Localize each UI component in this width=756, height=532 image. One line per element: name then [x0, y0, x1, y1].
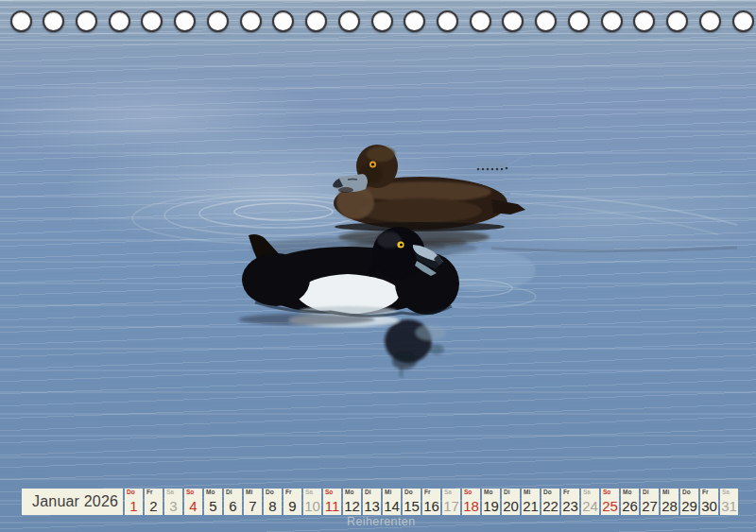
day-number: 13 — [363, 499, 381, 513]
weekday-label: Sa — [166, 489, 174, 496]
weekday-label: Fr — [424, 489, 431, 496]
day-number: 20 — [502, 499, 520, 513]
day-number: 19 — [482, 499, 500, 513]
day-cell: Fr 30 — [700, 489, 718, 515]
calendar-page: Reiherenten Januar 2026 Do 1 Fr 2 Sa 3 S… — [0, 0, 756, 532]
day-number: 9 — [284, 499, 301, 513]
weekday-label: So — [464, 489, 472, 496]
weekday-label: Di — [365, 489, 371, 496]
binder-hole — [207, 10, 229, 32]
binder-hole — [305, 10, 327, 32]
binder-hole — [240, 10, 262, 32]
day-number: 8 — [264, 499, 282, 513]
weekday-label: So — [325, 489, 333, 496]
day-number: 1 — [125, 499, 143, 513]
binder-hole — [371, 10, 393, 32]
day-number: 27 — [641, 499, 659, 513]
day-cell: Di 20 — [502, 489, 520, 515]
weekday-label: Mi — [246, 489, 252, 496]
day-number: 10 — [303, 499, 321, 513]
day-number: 22 — [541, 499, 559, 513]
weekday-label: Mo — [484, 489, 492, 496]
dragonfly — [477, 153, 531, 170]
day-cell: So 11 — [323, 489, 341, 515]
day-cell: Di 13 — [363, 489, 381, 515]
day-cells-row: Do 1 Fr 2 Sa 3 So 4 Mo 5 Di 6 Mi 7 Do 8 … — [125, 489, 738, 515]
day-cell: So 4 — [184, 489, 202, 515]
binder-hole — [437, 10, 458, 32]
day-number: 12 — [343, 499, 361, 513]
day-number: 28 — [661, 499, 679, 513]
weekday-label: Fr — [146, 489, 153, 496]
binder-hole — [109, 10, 130, 32]
day-number: 6 — [224, 499, 242, 513]
weekday-label: Fr — [702, 489, 709, 496]
weekday-label: Mi — [662, 489, 669, 496]
day-number: 16 — [422, 499, 440, 513]
day-number: 24 — [581, 499, 599, 513]
day-number: 11 — [323, 499, 341, 513]
weekday-label: Sa — [444, 489, 452, 496]
day-number: 26 — [621, 499, 639, 513]
day-cell: Mi 7 — [244, 489, 262, 515]
day-cell: Fr 9 — [284, 489, 301, 515]
day-number: 7 — [244, 499, 262, 513]
weekday-label: Do — [127, 489, 135, 496]
binder-hole — [666, 10, 688, 32]
day-cell: Do 8 — [264, 489, 282, 515]
weekday-label: Sa — [583, 489, 591, 496]
weekday-label: Mo — [206, 489, 215, 496]
weekday-label: Di — [226, 489, 232, 496]
weekday-label: So — [186, 489, 194, 496]
day-cell: Fr 2 — [145, 489, 163, 515]
day-number: 21 — [522, 499, 540, 513]
female-tufted-duck — [333, 145, 525, 252]
weekday-label: Mi — [385, 489, 391, 496]
day-number: 3 — [164, 499, 182, 513]
day-cell: Mo 19 — [482, 489, 500, 515]
day-number: 4 — [184, 499, 202, 513]
day-cell: Sa 17 — [442, 489, 460, 515]
day-number: 14 — [383, 499, 401, 513]
binder-hole — [568, 10, 590, 32]
day-cell: Sa 3 — [164, 489, 182, 515]
binder-hole — [601, 10, 623, 32]
ripple-shadow-line — [491, 248, 737, 251]
day-cell: So 18 — [462, 489, 480, 515]
weekday-label: Do — [404, 489, 413, 496]
day-number: 23 — [561, 499, 579, 513]
day-number: 15 — [403, 499, 421, 513]
day-cell: Sa 31 — [720, 489, 738, 515]
weekday-label: So — [603, 489, 610, 496]
day-number: 2 — [145, 499, 163, 513]
day-cell: Mi 21 — [522, 489, 540, 515]
weekday-label: Di — [643, 489, 649, 496]
day-cell: Mi 14 — [383, 489, 401, 515]
day-number: 30 — [700, 499, 718, 513]
ducks-photo — [0, 0, 756, 532]
day-cell: Fr 23 — [561, 489, 579, 515]
day-cell: Mo 5 — [204, 489, 222, 515]
weekday-label: Mo — [345, 489, 353, 496]
day-number: 31 — [720, 499, 738, 513]
day-cell: Do 1 — [125, 489, 143, 515]
day-number: 18 — [462, 499, 480, 513]
day-number: 5 — [204, 499, 222, 513]
calendar-strip: Januar 2026 Do 1 Fr 2 Sa 3 So 4 Mo 5 Di … — [22, 489, 738, 515]
month-label: Januar 2026 — [22, 489, 123, 515]
day-cell: Di 6 — [224, 489, 242, 515]
binder-hole — [732, 10, 754, 32]
binder-hole — [338, 10, 360, 32]
day-number: 25 — [601, 499, 619, 513]
day-cell: Do 29 — [680, 489, 698, 515]
weekday-label: Sa — [722, 489, 730, 496]
series-watermark: Reiherenten — [347, 515, 416, 528]
day-number: 17 — [442, 499, 460, 513]
day-cell: Mi 28 — [661, 489, 679, 515]
binder-hole — [76, 10, 97, 32]
binder-hole — [174, 10, 196, 32]
weekday-label: Do — [266, 489, 274, 496]
binder-hole — [699, 10, 721, 32]
day-cell: Mo 12 — [343, 489, 361, 515]
male-duck-reflection — [239, 314, 446, 377]
